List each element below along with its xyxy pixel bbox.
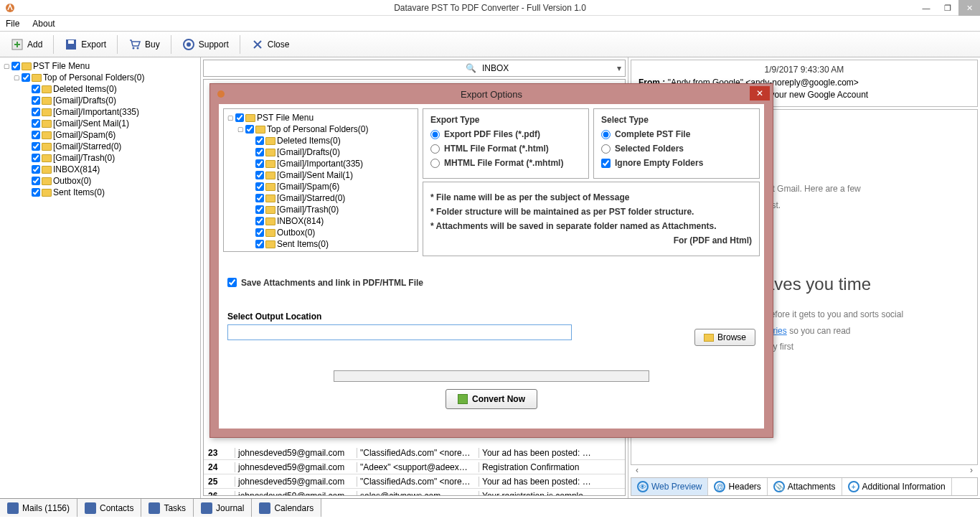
bottom-tabs: Mails (1156) Contacts Tasks Journal Cale… — [0, 498, 980, 517]
tree-check[interactable] — [32, 142, 40, 151]
browse-button[interactable]: Browse — [694, 329, 755, 346]
radio-html[interactable]: HTML File Format (*.html) — [430, 144, 581, 154]
tree-item[interactable]: [Gmail]/Starred(0) — [3, 141, 197, 152]
tree-item[interactable]: Outbox(0) — [227, 227, 415, 238]
add-button[interactable]: Add — [4, 35, 49, 54]
radio-mhtml[interactable]: MHTML File Format (*.mhtml) — [430, 158, 581, 168]
btab-contacts[interactable]: Contacts — [77, 499, 141, 517]
dtree-top[interactable]: ▢Top of Personal Folders(0) — [227, 123, 415, 135]
tree-item[interactable]: Outbox(0) — [3, 175, 197, 187]
tab-web-preview[interactable]: 👁Web Preview — [631, 478, 708, 495]
close-window-button[interactable]: ✕ — [958, 0, 980, 16]
tree-check[interactable] — [255, 182, 264, 191]
check-input[interactable] — [601, 159, 611, 168]
chevron-down-icon[interactable]: ▾ — [613, 63, 625, 73]
check-label: Save Attachments and link in PDF/HTML Fi… — [241, 278, 423, 288]
app-icon — [4, 2, 16, 14]
tree-check[interactable] — [255, 148, 264, 156]
tab-attachments[interactable]: 📎Attachments — [768, 478, 842, 495]
tree-item[interactable]: [Gmail]/Trash(0) — [3, 152, 197, 164]
tree-check[interactable] — [245, 125, 254, 134]
radio-selected[interactable]: Selected Folders — [601, 144, 752, 154]
btab-journal[interactable]: Journal — [194, 499, 252, 517]
table-row[interactable]: 25johnesdeved59@gmail.com"ClassifiedAds.… — [204, 474, 625, 489]
tree-check[interactable] — [255, 240, 264, 248]
buy-button[interactable]: Buy — [122, 35, 166, 54]
tree-check[interactable] — [255, 136, 264, 145]
tree-root[interactable]: ▢PST File Menu — [3, 60, 197, 72]
tree-item[interactable]: Deleted Items(0) — [3, 83, 197, 95]
radio-input[interactable] — [601, 144, 611, 154]
tree-check[interactable] — [32, 108, 40, 116]
row-from: "ClassifiedAds.com" <nore… — [357, 477, 479, 487]
btab-calendars[interactable]: Calendars — [252, 499, 321, 517]
tree-item[interactable]: Sent Items(0) — [3, 187, 197, 198]
tree-item[interactable]: [Gmail]/Important(335) — [227, 158, 415, 169]
tree-check[interactable] — [32, 96, 40, 105]
maximize-button[interactable]: ❐ — [937, 0, 958, 16]
radio-input[interactable] — [430, 159, 440, 168]
folder-icon — [42, 85, 52, 93]
check-save-attachments[interactable]: Save Attachments and link in PDF/HTML Fi… — [227, 278, 755, 288]
tree-check[interactable] — [255, 217, 264, 225]
dtree-root[interactable]: ▢PST File Menu — [227, 112, 415, 123]
radio-pdf[interactable]: Export PDF Files (*.pdf) — [430, 129, 581, 139]
tree-item[interactable]: [Gmail]/Important(335) — [3, 106, 197, 118]
tree-check[interactable] — [32, 154, 40, 162]
tree-top[interactable]: ▢Top of Personal Folders(0) — [3, 72, 197, 83]
tree-check[interactable] — [255, 228, 264, 237]
tree-check[interactable] — [255, 194, 264, 202]
check-input[interactable] — [227, 278, 237, 287]
table-row[interactable]: 23johnesdeved59@gmail.com"ClassifiedAds.… — [204, 446, 625, 460]
tree-item[interactable]: Deleted Items(0) — [227, 135, 415, 146]
convert-button[interactable]: Convert Now — [446, 389, 537, 409]
minimize-button[interactable]: — — [915, 0, 937, 16]
radio-input[interactable] — [601, 130, 611, 139]
radio-input[interactable] — [430, 130, 440, 139]
export-button[interactable]: Export — [58, 35, 113, 54]
table-row[interactable]: 24johnesdeved59@gmail.com"Adeex" <suppor… — [204, 460, 625, 474]
tree-check[interactable] — [32, 119, 40, 128]
tree-check[interactable] — [32, 177, 40, 185]
radio-input[interactable] — [430, 144, 440, 154]
tree-item[interactable]: [Gmail]/Sent Mail(1) — [3, 118, 197, 129]
tree-item[interactable]: [Gmail]/Spam(6) — [227, 181, 415, 192]
tree-item[interactable]: [Gmail]/Drafts(0) — [227, 146, 415, 158]
tree-check[interactable] — [11, 62, 20, 70]
tree-item[interactable]: [Gmail]/Trash(0) — [227, 204, 415, 215]
output-path-input[interactable] — [227, 324, 572, 340]
table-row[interactable]: 26johnesdeved59@gmail.comsales@citynews.… — [204, 489, 625, 496]
tree-check[interactable] — [32, 131, 40, 139]
dialog-close-button[interactable]: ✕ — [750, 86, 770, 100]
tree-item[interactable]: [Gmail]/Spam(6) — [3, 129, 197, 141]
tab-additional-info[interactable]: +Additional Information — [842, 478, 952, 495]
radio-label: MHTML File Format (*.mhtml) — [444, 158, 563, 168]
tab-headers[interactable]: @Headers — [708, 478, 767, 495]
tree-check[interactable] — [22, 73, 30, 82]
btab-mails[interactable]: Mails (1156) — [0, 499, 77, 517]
menu-about[interactable]: About — [32, 19, 55, 29]
radio-complete[interactable]: Complete PST File — [601, 129, 752, 139]
tree-check[interactable] — [235, 113, 244, 122]
folder-selector[interactable]: INBOX — [479, 63, 613, 73]
tree-item[interactable]: INBOX(814) — [227, 215, 415, 227]
scroll-left-icon[interactable]: ‹ — [636, 465, 639, 475]
tree-check[interactable] — [255, 171, 264, 179]
check-ignore-empty[interactable]: Ignore Empty Folders — [601, 158, 752, 168]
menu-file[interactable]: File — [6, 19, 19, 29]
tree-item[interactable]: [Gmail]/Sent Mail(1) — [227, 169, 415, 181]
search-icon[interactable]: 🔍 — [462, 63, 479, 73]
tree-check[interactable] — [32, 85, 40, 93]
tree-item[interactable]: [Gmail]/Starred(0) — [227, 192, 415, 204]
tree-check[interactable] — [255, 159, 264, 168]
tree-item[interactable]: INBOX(814) — [3, 164, 197, 175]
tree-check[interactable] — [255, 205, 264, 214]
scroll-right-icon[interactable]: › — [970, 465, 973, 475]
btab-tasks[interactable]: Tasks — [141, 499, 194, 517]
close-button[interactable]: Close — [245, 35, 296, 54]
tree-check[interactable] — [32, 188, 40, 197]
tree-check[interactable] — [32, 165, 40, 174]
support-button[interactable]: Support — [176, 35, 235, 54]
tree-item[interactable]: [Gmail]/Drafts(0) — [3, 95, 197, 106]
tree-item[interactable]: Sent Items(0) — [227, 238, 415, 250]
